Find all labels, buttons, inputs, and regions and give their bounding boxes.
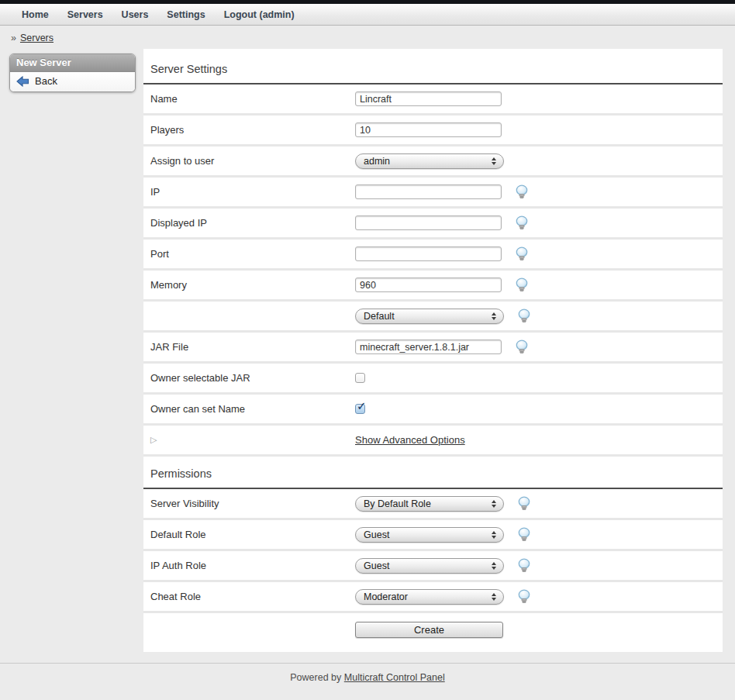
assign-to-user-select[interactable]: admin: [355, 153, 504, 169]
footer-multicraft-link[interactable]: Multicraft Control Panel: [344, 672, 445, 683]
cheat-role-select[interactable]: Moderator: [355, 589, 504, 605]
row-server-visibility: Server Visibility By Default Role: [143, 489, 723, 520]
show-advanced-options-link[interactable]: Show Advanced Options: [355, 434, 465, 446]
nav-item-servers[interactable]: Servers: [58, 5, 112, 24]
jar-file-label: JAR File: [143, 341, 355, 353]
select-stepper-arrows-icon: [492, 531, 496, 539]
back-arrow-icon: [16, 76, 29, 87]
section-title-permissions: Permissions: [150, 467, 716, 480]
owner-selectable-jar-label: Owner selectable JAR: [143, 372, 355, 384]
row-assign-to-user: Assign to user admin: [143, 147, 723, 178]
cheat-role-label: Cheat Role: [143, 591, 355, 602]
nav-item-settings[interactable]: Settings: [157, 5, 214, 24]
default-role-selected-value: Guest: [364, 529, 389, 540]
sidebar-menu: New Server Back: [9, 53, 136, 92]
back-label: Back: [35, 75, 57, 87]
main-area: New Server Back Server Settings Name: [0, 49, 735, 652]
breadcrumb-symbol: »: [11, 33, 16, 43]
players-label: Players: [143, 124, 355, 136]
memory-label: Memory: [143, 279, 355, 291]
row-ip-auth-role: IP Auth Role Guest: [143, 551, 723, 582]
server-visibility-select[interactable]: By Default Role: [355, 496, 504, 512]
breadcrumb-link-servers[interactable]: Servers: [20, 33, 53, 43]
select-stepper-arrows-icon: [492, 562, 496, 570]
owner-can-set-name-checkbox[interactable]: ✓: [355, 404, 365, 414]
memory-help-bulb-icon[interactable]: [515, 278, 529, 292]
right-gutter: [723, 49, 735, 652]
select-stepper-arrows-icon: [492, 500, 496, 508]
default-role-select[interactable]: Guest: [355, 527, 504, 543]
assign-to-user-selected-value: admin: [364, 156, 390, 167]
name-label: Name: [143, 93, 355, 105]
port-help-bulb-icon[interactable]: [515, 247, 529, 261]
ip-label: IP: [143, 186, 355, 198]
row-players: Players: [143, 116, 723, 147]
memory-input[interactable]: [355, 278, 502, 292]
assign-to-user-label: Assign to user: [143, 155, 355, 167]
breadcrumb: »Servers: [0, 26, 735, 49]
owner-can-set-name-label: Owner can set Name: [143, 403, 355, 415]
cheat-role-selected-value: Moderator: [364, 591, 408, 602]
default-role-label: Default Role: [143, 529, 355, 540]
name-input[interactable]: [355, 91, 502, 106]
page: Home Servers Users Settings Logout (admi…: [0, 0, 735, 700]
ip-auth-role-select[interactable]: Guest: [355, 558, 504, 574]
row-owner-selectable-jar: Owner selectable JAR: [143, 364, 723, 395]
owner-selectable-jar-checkbox[interactable]: [355, 373, 365, 383]
row-cheat-role: Cheat Role Moderator: [143, 582, 723, 613]
row-memory: Memory: [143, 271, 723, 302]
memory-profile-help-bulb-icon[interactable]: [517, 309, 531, 323]
content-panel: Server Settings Name Players Assign to u…: [143, 49, 723, 652]
create-button[interactable]: Create: [355, 622, 503, 638]
ip-auth-role-selected-value: Guest: [364, 560, 389, 571]
displayed-ip-help-bulb-icon[interactable]: [515, 216, 529, 230]
ip-input[interactable]: [355, 184, 502, 199]
jar-file-help-bulb-icon[interactable]: [515, 340, 529, 354]
row-default-role: Default Role Guest: [143, 520, 723, 551]
server-visibility-selected-value: By Default Role: [364, 498, 431, 509]
nav-item-home[interactable]: Home: [12, 5, 58, 24]
server-visibility-help-bulb-icon[interactable]: [517, 496, 531, 511]
row-port: Port: [143, 240, 723, 271]
row-create: Create: [143, 613, 723, 646]
row-ip: IP: [143, 178, 723, 209]
nav-item-users[interactable]: Users: [112, 5, 158, 24]
memory-profile-select[interactable]: Default: [355, 309, 504, 324]
row-owner-can-set-name: Owner can set Name ✓: [143, 395, 723, 426]
jar-file-input[interactable]: [355, 340, 502, 354]
sidebar-body: Back: [10, 72, 135, 91]
ip-auth-role-help-bulb-icon[interactable]: [517, 558, 531, 573]
sidebar-column: New Server Back: [0, 49, 143, 652]
memory-profile-selected-value: Default: [364, 311, 395, 322]
row-jar-file: JAR File: [143, 333, 723, 364]
port-input[interactable]: [355, 247, 502, 261]
select-stepper-arrows-icon: [492, 593, 496, 601]
row-name: Name: [143, 84, 723, 116]
footer: Powered by Multicraft Control Panel: [0, 663, 735, 697]
ip-auth-role-label: IP Auth Role: [143, 560, 355, 571]
expand-triangle-icon[interactable]: ▷: [143, 435, 355, 445]
checkmark-icon: ✓: [357, 399, 367, 413]
server-visibility-label: Server Visibility: [143, 498, 355, 509]
displayed-ip-input[interactable]: [355, 216, 502, 230]
sidebar-title: New Server: [10, 54, 135, 72]
row-memory-profile: Default: [143, 302, 723, 333]
section-title-server-settings: Server Settings: [150, 63, 716, 75]
cheat-role-help-bulb-icon[interactable]: [517, 589, 531, 604]
default-role-help-bulb-icon[interactable]: [517, 527, 531, 542]
row-advanced-options: ▷ Show Advanced Options: [143, 426, 723, 457]
back-button[interactable]: Back: [16, 75, 129, 87]
port-label: Port: [143, 248, 355, 260]
row-displayed-ip: Displayed IP: [143, 209, 723, 240]
main-nav: Home Servers Users Settings Logout (admi…: [0, 4, 735, 26]
players-input[interactable]: [355, 122, 502, 137]
nav-item-logout[interactable]: Logout (admin): [215, 5, 304, 24]
ip-help-bulb-icon[interactable]: [515, 184, 529, 199]
select-stepper-arrows-icon: [492, 157, 496, 165]
displayed-ip-label: Displayed IP: [143, 217, 355, 229]
select-stepper-arrows-icon: [492, 312, 496, 320]
footer-powered-by: Powered by: [290, 672, 341, 683]
